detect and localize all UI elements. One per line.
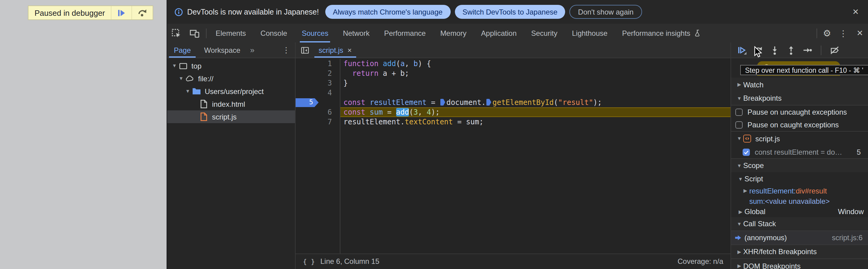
line-number[interactable]: 5 (296, 98, 340, 107)
step-into-button[interactable] (770, 45, 780, 55)
paused-in-debugger-overlay: Paused in debugger (28, 5, 154, 20)
code-editor[interactable]: 1234567 function add(a, b) { return a + … (296, 58, 731, 253)
section-call-stack[interactable]: ▼ Call Stack (731, 217, 868, 231)
scope-var-sum[interactable]: sum: <value unavailable> (731, 196, 868, 206)
tree-item-top-frame[interactable]: ▼ top (167, 59, 295, 72)
line-number[interactable]: 7 (296, 117, 340, 127)
global-value: Window (838, 208, 868, 216)
section-scope[interactable]: ▼ Scope (731, 158, 868, 172)
step-over-overlay-button[interactable] (132, 6, 153, 20)
deactivate-breakpoints-button[interactable] (830, 45, 840, 55)
step-button[interactable] (803, 45, 812, 55)
inspect-cursor-icon (172, 28, 181, 38)
line-number[interactable]: 3 (296, 78, 340, 88)
line-number[interactable]: 1 (296, 59, 340, 69)
tree-item-script-js[interactable]: script.js (167, 110, 295, 123)
step-icon (803, 45, 812, 55)
scope-script-row[interactable]: ▼ Script (731, 172, 868, 186)
breakpoint-checkbox[interactable] (743, 148, 750, 156)
pause-uncaught-checkbox[interactable] (735, 108, 743, 115)
navigator-tab-workspace[interactable]: Workspace (197, 43, 247, 58)
inline-breakpoint-marker[interactable] (486, 99, 491, 106)
tree-item-file-origin[interactable]: ▼ file:// (167, 72, 295, 85)
experiment-flask-icon (693, 29, 701, 37)
deactivate-breakpoints-icon (830, 45, 840, 55)
tab-network[interactable]: Network (336, 24, 377, 43)
code-lines[interactable]: function add(a, b) { return a + b;}const… (340, 59, 731, 253)
tab-performance[interactable]: Performance (377, 24, 433, 43)
inline-breakpoint-marker[interactable] (440, 99, 445, 106)
section-xhr-breakpoints[interactable]: ▶ XHR/fetch Breakpoints (731, 244, 868, 259)
breakpoint-badge[interactable]: 5 (296, 98, 319, 107)
devtools-close-button[interactable]: ✕ (851, 24, 868, 43)
navigator-menu-button[interactable]: ⋮ (277, 46, 295, 55)
line-number[interactable]: 4 (296, 88, 340, 98)
more-navigator-tabs-button[interactable]: » (247, 46, 257, 55)
debugger-toolbar (731, 43, 868, 58)
dont-show-again-button[interactable]: Don't show again (570, 5, 642, 19)
section-watch[interactable]: ▶ Watch (731, 78, 868, 91)
settings-gear-button[interactable]: ⚙ (818, 24, 835, 43)
step-out-button[interactable] (786, 45, 796, 55)
devtools-menu-button[interactable]: ⋮ (835, 24, 851, 43)
code-line[interactable]: resultElement.textContent = sum; (340, 117, 731, 127)
code-line[interactable] (340, 88, 731, 98)
file-icon (199, 99, 208, 109)
switch-to-japanese-button[interactable]: Switch DevTools to Japanese (455, 5, 565, 19)
code-line[interactable]: return a + b; (340, 69, 731, 78)
gutter[interactable]: 1234567 (296, 59, 340, 253)
line-number[interactable]: 6 (296, 107, 340, 117)
tree-item-project-folder[interactable]: ▼ Users/user/project (167, 85, 295, 98)
resume-script-button[interactable] (112, 6, 132, 20)
editor-tab-script-js[interactable]: script.js × (313, 43, 357, 58)
always-match-language-button[interactable]: Always match Chrome's language (325, 5, 451, 19)
tab-application[interactable]: Application (474, 24, 524, 43)
scope-var-resultelement[interactable]: ▶ resultElement: div#result (731, 186, 868, 196)
tab-elements[interactable]: Elements (208, 24, 253, 43)
resume-button[interactable] (737, 45, 747, 55)
collapse-arrow-icon: ▼ (735, 96, 743, 101)
tab-security[interactable]: Security (524, 24, 565, 43)
step-over-tooltip: Step over next function call - F10 - ⌘ ' (740, 65, 868, 75)
tab-lighthouse[interactable]: Lighthouse (564, 24, 615, 43)
collapse-arrow-icon: ▶ (735, 264, 743, 269)
breakpoint-entry-row[interactable]: const resultElement = doc⋯ 5 (731, 145, 868, 158)
navigator-tab-strip: Page Workspace » ⋮ (167, 43, 295, 58)
line-number[interactable]: 2 (296, 69, 340, 78)
info-icon (175, 7, 183, 16)
section-dom-breakpoints[interactable]: ▶ DOM Breakpoints (731, 259, 868, 269)
step-into-icon (770, 45, 780, 55)
tab-console[interactable]: Console (253, 24, 294, 43)
debugger-sidebar: ▶ Watch ▼ Breakpoints Pause on uncaught … (731, 43, 868, 269)
tab-performance-insights[interactable]: Performance insights (615, 24, 708, 43)
notification-close-button[interactable]: ✕ (850, 7, 861, 17)
device-toolbar-button[interactable] (185, 28, 204, 38)
tree-item-index-html[interactable]: index.html (167, 98, 295, 110)
navigator-tab-page[interactable]: Page (167, 43, 197, 58)
breakpoint-group-script-js[interactable]: ▼ script.js (731, 131, 868, 145)
pause-caught-checkbox[interactable] (735, 121, 743, 128)
editor-tab-close-icon[interactable]: × (347, 46, 352, 54)
collapse-arrow-icon: ▼ (735, 221, 743, 226)
code-line[interactable]: const resultElement = document.getElemen… (340, 98, 731, 107)
code-line[interactable]: } (340, 78, 731, 88)
highlighted-call-token[interactable]: add (396, 108, 409, 116)
code-line[interactable]: function add(a, b) { (340, 59, 731, 69)
check-icon (743, 149, 749, 155)
tab-memory[interactable]: Memory (433, 24, 474, 43)
pause-on-uncaught-row[interactable]: Pause on uncaught exceptions (731, 105, 868, 118)
tab-sources[interactable]: Sources (294, 24, 336, 43)
frame-location: script.js:6 (832, 234, 868, 242)
inspect-element-button[interactable] (167, 28, 185, 38)
coverage-label: Coverage: n/a (678, 258, 723, 266)
call-stack-frame-row[interactable]: (anonymous) script.js:6 (731, 231, 868, 244)
section-breakpoints[interactable]: ▼ Breakpoints (731, 91, 868, 105)
scope-global-row[interactable]: ▶ Global Window (731, 206, 868, 217)
scope-value: <value unavailable> (765, 197, 830, 205)
code-line-current[interactable]: const sum = add(3, 4); (340, 107, 731, 117)
pretty-print-icon[interactable]: { } (303, 258, 315, 266)
toggle-navigator-button[interactable] (296, 46, 313, 54)
editor-status-bar: { } Line 6, Column 15 Coverage: n/a (296, 253, 731, 269)
pause-on-caught-row[interactable]: Pause on caught exceptions (731, 118, 868, 131)
screenshot-root: Paused in debugger (0, 0, 868, 269)
